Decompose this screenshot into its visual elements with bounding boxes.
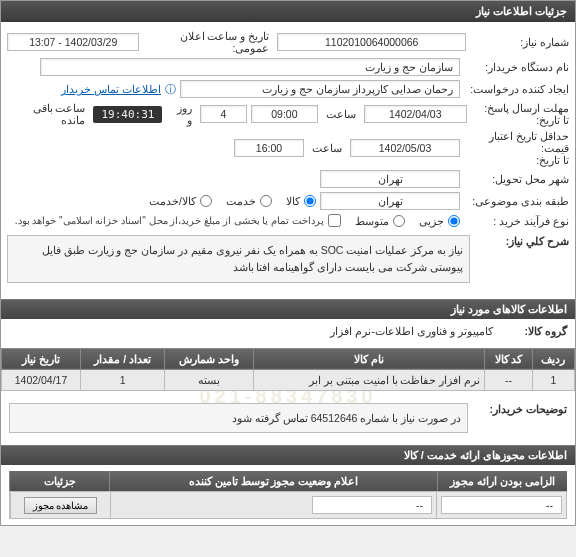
classification-label: طبقه بندی موضوعی: xyxy=(464,195,569,207)
table-row: 1 -- نرم افزار حفاظت با امنیت مبتنی بر ا… xyxy=(2,369,575,390)
cell-date: 1402/04/17 xyxy=(2,369,81,390)
delivery-loc-field: تهران xyxy=(320,170,460,188)
window: جزئیات اطلاعات نیاز شماره نیاز: 11020100… xyxy=(0,0,576,526)
cell-name: نرم افزار حفاظت با امنیت مبتنی بر ابر xyxy=(253,369,484,390)
time-label-2: ساعت xyxy=(308,142,346,154)
buyer-contact-link[interactable]: اطلاعات تماس خریدار xyxy=(61,83,161,95)
purchase-note: پرداخت تمام یا بخشی از مبلغ خرید،از محل … xyxy=(15,215,324,226)
lh-status: اعلام وضعیت مجوز توسط تامین کننده xyxy=(109,471,437,491)
license-table-head: الزامی بودن ارائه مجوز اعلام وضعیت مجوز … xyxy=(9,471,567,491)
validity-date-field: 1402/05/03 xyxy=(350,139,460,157)
cell-row: 1 xyxy=(532,369,574,390)
class-goods-service-label: کالا/خدمت xyxy=(149,195,196,207)
license-row: -- -- مشاهده مجوز xyxy=(9,491,567,519)
license-section-header: اطلاعات مجوزهای ارائه خدمت / کالا xyxy=(1,445,575,465)
goods-table: ردیف کد کالا نام کالا واحد شمارش تعداد /… xyxy=(1,348,575,391)
info-icon: ⓘ xyxy=(165,82,176,97)
class-goods-label: کالا xyxy=(286,195,300,207)
requester-field: رحمان صدایی کارپرداز سازمان حج و زیارت xyxy=(180,80,460,98)
validity-label: حداقل تاریخ اعتبار قیمت: تا تاریخ: xyxy=(464,130,569,166)
group-label: گروه کالا: xyxy=(497,325,567,337)
reply-date-field: 1402/04/03 xyxy=(364,105,467,123)
remaining-label: ساعت باقی مانده xyxy=(7,102,89,126)
th-date: تاریخ نیاز xyxy=(2,348,81,369)
class-service-radio[interactable] xyxy=(260,195,272,207)
class-city-field: تهران xyxy=(320,192,460,210)
announce-field: 1402/03/29 - 13:07 xyxy=(7,33,139,51)
cell-code: -- xyxy=(485,369,532,390)
need-no-label: شماره نیاز: xyxy=(470,36,569,48)
buyer-notes-label: توضیحات خریدار: xyxy=(472,399,567,415)
lh-details: جزئيات xyxy=(9,471,109,491)
countdown-timer: 19:40:31 xyxy=(93,106,162,123)
view-license-button[interactable]: مشاهده مجوز xyxy=(24,497,98,514)
desc-label: شرح كلي نياز: xyxy=(474,231,569,247)
validity-time-field: 16:00 xyxy=(234,139,304,157)
form-area: شماره نیاز: 1102010064000066 تاریخ و ساع… xyxy=(1,22,575,299)
buyer-field: سازمان حج و زیارت xyxy=(40,58,460,76)
delivery-loc-label: شهر محل تحویل: xyxy=(464,173,569,185)
purchase-medium-radio[interactable] xyxy=(393,215,405,227)
announce-label: تاریخ و ساعت اعلان عمومی: xyxy=(143,30,273,54)
days-and-label: روز و xyxy=(166,102,195,126)
cell-qty: 1 xyxy=(81,369,165,390)
days-field: 4 xyxy=(200,105,248,123)
lh-required: الزامی بودن ارائه مجوز xyxy=(437,471,567,491)
th-name: نام کالا xyxy=(253,348,484,369)
th-row: ردیف xyxy=(532,348,574,369)
purchase-partial-label: جزیی xyxy=(419,215,444,227)
reply-deadline-label: مهلت ارسال پاسخ: تا تاریخ: xyxy=(471,102,569,126)
window-titlebar: جزئیات اطلاعات نیاز xyxy=(1,1,575,22)
desc-text: نیاز به مرکز عملیات امنیت SOC به همراه ی… xyxy=(7,235,470,283)
reply-time-field: 09:00 xyxy=(251,105,317,123)
classification-radios: کالا خدمت کالا/خدمت xyxy=(139,195,316,207)
purchase-medium-label: متوسط xyxy=(355,215,389,227)
requester-label: ایجاد کننده درخواست: xyxy=(464,83,569,95)
class-goods-service-radio[interactable] xyxy=(200,195,212,207)
purchase-partial-radio[interactable] xyxy=(448,215,460,227)
group-value: کامپیوتر و فناوری اطلاعات-نرم افزار xyxy=(330,325,493,338)
goods-section-header: اطلاعات کالاهای مورد نیاز xyxy=(1,299,575,319)
class-service-label: خدمت xyxy=(226,195,256,207)
th-qty: تعداد / مقدار xyxy=(81,348,165,369)
cell-unit: بسته xyxy=(165,369,253,390)
license-required-field: -- xyxy=(441,496,562,514)
buyer-notes-text: در صورت نیاز با شماره 64512646 تماس گرفت… xyxy=(9,403,468,434)
class-goods-radio[interactable] xyxy=(304,195,316,207)
goods-area: ایران آنلاین 021-88347830 گروه کالا: کام… xyxy=(1,319,575,442)
th-unit: واحد شمارش xyxy=(165,348,253,369)
th-code: کد کالا xyxy=(485,348,532,369)
buyer-label: نام دستگاه خریدار: xyxy=(464,61,569,73)
purchase-type-radios: جزیی متوسط xyxy=(345,215,460,227)
need-no-field: 1102010064000066 xyxy=(277,33,466,51)
window-title: جزئیات اطلاعات نیاز xyxy=(476,5,567,17)
license-status-field: -- xyxy=(312,496,432,514)
time-label-1: ساعت xyxy=(322,108,360,120)
treasury-checkbox[interactable] xyxy=(328,214,341,227)
purchase-type-label: نوع فرآیند خرید : xyxy=(464,215,569,227)
license-area: الزامی بودن ارائه مجوز اعلام وضعیت مجوز … xyxy=(1,465,575,525)
